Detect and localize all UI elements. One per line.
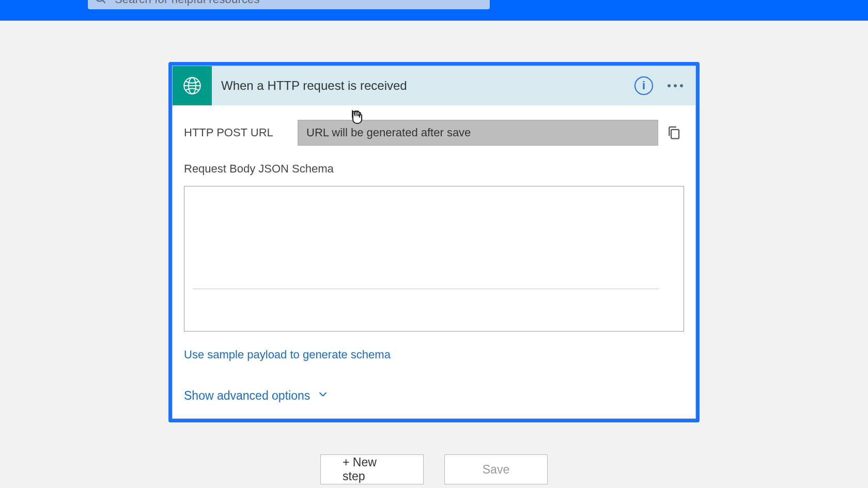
chevron-down-icon — [317, 388, 329, 403]
http-request-icon — [173, 66, 212, 105]
search-box[interactable]: Search for helpful resources — [88, 0, 490, 9]
trigger-card-selection: When a HTTP request is received i HTTP P… — [168, 62, 700, 422]
show-advanced-options[interactable]: Show advanced options — [184, 388, 684, 403]
copy-url-button[interactable] — [663, 122, 684, 143]
new-step-button[interactable]: + New step — [320, 454, 424, 484]
http-post-url-row: HTTP POST URL URL will be generated afte… — [184, 120, 684, 146]
top-bar: Search for helpful resources — [0, 0, 868, 21]
advanced-options-label: Show advanced options — [184, 389, 310, 403]
more-icon[interactable] — [664, 75, 686, 96]
info-icon[interactable]: i — [634, 76, 653, 95]
schema-textarea[interactable] — [184, 186, 684, 332]
http-post-url-field: URL will be generated after save — [298, 120, 658, 146]
flow-canvas: When a HTTP request is received i HTTP P… — [0, 21, 868, 488]
search-icon — [94, 0, 107, 7]
trigger-card[interactable]: When a HTTP request is received i HTTP P… — [172, 66, 696, 419]
svg-line-1 — [102, 0, 105, 3]
trigger-title: When a HTTP request is received — [212, 78, 634, 93]
svg-rect-5 — [671, 130, 679, 139]
http-post-url-label: HTTP POST URL — [184, 126, 292, 139]
footer-buttons: + New step Save — [0, 454, 868, 484]
search-placeholder: Search for helpful resources — [115, 0, 260, 6]
schema-label: Request Body JSON Schema — [184, 162, 684, 176]
use-sample-payload-link[interactable]: Use sample payload to generate schema — [184, 348, 391, 361]
trigger-body: HTTP POST URL URL will be generated afte… — [173, 105, 695, 418]
save-button[interactable]: Save — [444, 454, 548, 484]
trigger-header[interactable]: When a HTTP request is received i — [173, 66, 695, 105]
